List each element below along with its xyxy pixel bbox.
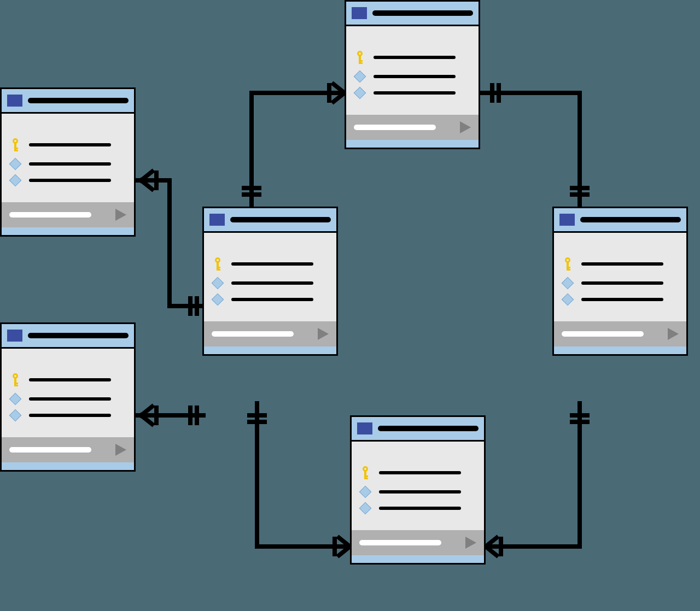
svg-rect-61 bbox=[364, 471, 366, 479]
play-icon bbox=[465, 537, 476, 549]
footer-bar bbox=[9, 212, 91, 218]
svg-rect-51 bbox=[359, 62, 363, 64]
window-control-icon bbox=[7, 330, 22, 342]
entity-table bbox=[0, 87, 136, 237]
svg-line-24 bbox=[486, 538, 497, 547]
svg-point-30 bbox=[14, 140, 16, 142]
field-line bbox=[29, 162, 111, 166]
svg-point-42 bbox=[217, 259, 219, 261]
entity-table bbox=[345, 0, 480, 149]
entity-fields bbox=[2, 114, 134, 202]
svg-line-17 bbox=[339, 538, 350, 547]
svg-rect-37 bbox=[14, 378, 16, 386]
diamond-icon bbox=[354, 70, 366, 83]
key-icon bbox=[11, 373, 20, 387]
diamond-icon bbox=[212, 293, 224, 306]
play-icon bbox=[460, 121, 471, 133]
svg-line-12 bbox=[334, 84, 345, 93]
entity-fields bbox=[2, 349, 134, 437]
svg-line-25 bbox=[486, 547, 497, 555]
svg-marker-58 bbox=[668, 328, 679, 340]
svg-point-60 bbox=[364, 468, 366, 470]
diamond-icon bbox=[359, 486, 372, 498]
diamond-icon bbox=[354, 87, 366, 99]
svg-point-36 bbox=[14, 375, 16, 377]
entity-table bbox=[202, 207, 338, 356]
key-icon bbox=[563, 257, 572, 271]
svg-rect-33 bbox=[14, 150, 18, 151]
svg-rect-49 bbox=[359, 56, 361, 63]
svg-rect-44 bbox=[217, 267, 220, 268]
svg-marker-46 bbox=[318, 328, 329, 340]
svg-rect-55 bbox=[567, 262, 569, 270]
svg-rect-62 bbox=[364, 475, 368, 477]
svg-line-0 bbox=[141, 172, 152, 180]
diamond-icon bbox=[562, 293, 574, 306]
diamond-icon bbox=[9, 174, 22, 187]
svg-line-13 bbox=[334, 93, 345, 102]
diamond-icon bbox=[9, 409, 22, 422]
svg-rect-56 bbox=[567, 267, 570, 268]
key-icon bbox=[11, 138, 20, 152]
entity-table bbox=[552, 207, 688, 356]
field-line bbox=[29, 143, 111, 146]
entity-title-bar bbox=[28, 98, 129, 103]
entity-header bbox=[2, 89, 134, 114]
key-icon bbox=[355, 50, 364, 64]
diamond-icon bbox=[359, 502, 372, 515]
svg-rect-38 bbox=[14, 383, 18, 384]
entity-header bbox=[2, 324, 134, 349]
svg-rect-63 bbox=[364, 478, 368, 479]
svg-line-18 bbox=[339, 547, 350, 555]
svg-rect-32 bbox=[14, 148, 18, 149]
entity-footer bbox=[2, 202, 134, 227]
key-icon bbox=[213, 257, 222, 271]
svg-rect-43 bbox=[217, 262, 219, 270]
play-icon bbox=[115, 209, 126, 221]
svg-rect-39 bbox=[14, 385, 18, 386]
play-icon bbox=[115, 444, 126, 456]
svg-line-5 bbox=[141, 407, 152, 415]
entity-table bbox=[350, 415, 486, 565]
svg-rect-57 bbox=[567, 269, 570, 271]
field-row bbox=[9, 160, 126, 168]
svg-rect-45 bbox=[217, 269, 220, 271]
field-row bbox=[9, 138, 126, 152]
diamond-icon bbox=[9, 158, 22, 171]
entity-table bbox=[0, 322, 136, 472]
play-icon bbox=[318, 328, 329, 340]
svg-line-6 bbox=[141, 415, 152, 424]
diamond-icon bbox=[9, 393, 22, 406]
svg-marker-34 bbox=[115, 209, 126, 221]
entity-title-bar bbox=[28, 333, 129, 338]
svg-point-54 bbox=[567, 259, 569, 261]
svg-point-48 bbox=[359, 52, 361, 55]
window-control-icon bbox=[7, 95, 22, 107]
key-icon bbox=[361, 466, 370, 480]
entity-bottom-strip bbox=[2, 227, 134, 235]
svg-marker-40 bbox=[115, 444, 126, 456]
svg-marker-52 bbox=[460, 121, 471, 133]
field-line bbox=[29, 179, 111, 182]
svg-marker-64 bbox=[465, 537, 476, 549]
diamond-icon bbox=[562, 277, 574, 290]
field-row bbox=[9, 176, 126, 185]
play-icon bbox=[668, 328, 679, 340]
diamond-icon bbox=[212, 277, 224, 290]
svg-rect-50 bbox=[359, 60, 363, 62]
svg-line-1 bbox=[141, 180, 152, 189]
svg-rect-31 bbox=[14, 143, 16, 151]
